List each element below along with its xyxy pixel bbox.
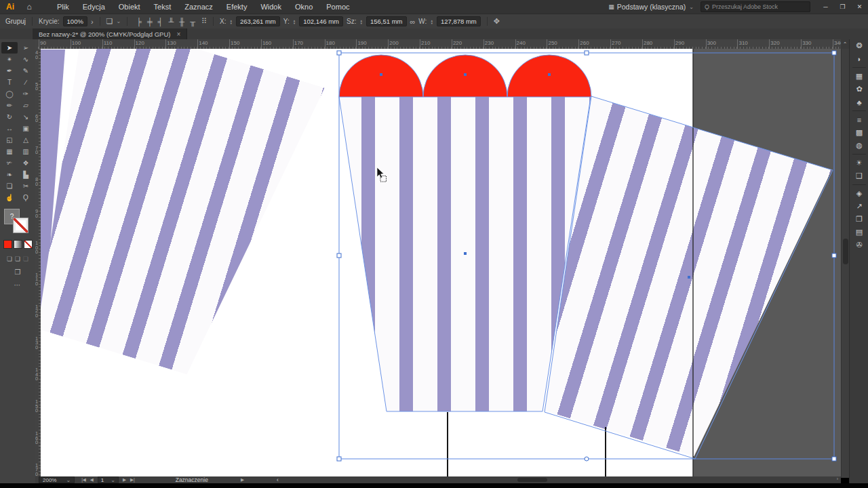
next-artboard-button[interactable]: ▶ xyxy=(123,477,126,483)
color-guide-panel-icon[interactable]: ◗ xyxy=(850,52,868,65)
width-stepper[interactable]: ▴▾ xyxy=(360,19,362,24)
menu-item-obiekt[interactable]: Obiekt xyxy=(112,3,147,11)
align-center-icon[interactable]: ╪ xyxy=(147,18,153,26)
lasso-tool[interactable]: ∿ xyxy=(18,54,34,65)
shaper-tool[interactable]: ✏ xyxy=(1,100,18,111)
zoom-tool[interactable]: Ϙ xyxy=(18,192,34,203)
vertical-scrollbar-thumb[interactable] xyxy=(843,239,848,264)
stroke-panel-icon[interactable]: ≡ xyxy=(850,113,868,126)
width-value-field[interactable]: 156,51 mm xyxy=(366,16,407,26)
eraser-tool[interactable]: ▱ xyxy=(18,100,34,111)
screen-mode-button[interactable]: ❐ xyxy=(0,268,35,276)
layers-panel-icon[interactable]: ◈ xyxy=(850,187,868,200)
blend-tool[interactable]: ❖ xyxy=(18,157,34,169)
prev-artboard-button[interactable]: ◀ xyxy=(90,477,94,483)
y-value-field[interactable]: 102,146 mm xyxy=(299,16,343,26)
menu-item-efekty[interactable]: Efekty xyxy=(220,3,254,11)
group-button[interactable]: Grupuj xyxy=(5,18,26,25)
mesh-tool[interactable]: ▦ xyxy=(1,146,18,157)
perspective-grid-tool[interactable]: △ xyxy=(18,134,34,146)
scroll-right-arrow[interactable]: › xyxy=(837,476,838,481)
menu-item-okno[interactable]: Okno xyxy=(288,3,319,11)
scale-tool[interactable]: ↘ xyxy=(18,111,34,123)
brushes-panel-icon[interactable]: ✿ xyxy=(850,83,868,96)
first-artboard-button[interactable]: |◀ xyxy=(81,477,86,483)
gradient-panel-icon[interactable]: ▩ xyxy=(850,126,868,139)
artboards-panel-icon[interactable]: ❐ xyxy=(850,213,868,226)
align-right-icon[interactable]: ╡ xyxy=(158,18,163,26)
slice-tool[interactable]: ✂ xyxy=(18,180,34,192)
graphic-styles-panel-icon[interactable]: ❑ xyxy=(850,169,868,182)
color-panel-icon[interactable]: ❂ xyxy=(850,39,868,52)
opacity-more-icon[interactable]: › xyxy=(91,18,94,26)
opacity-value[interactable]: 100% xyxy=(63,16,87,26)
x-value-field[interactable]: 263,261 mm xyxy=(236,16,280,26)
color-button[interactable] xyxy=(3,240,12,249)
draw-mode-icon[interactable]: ❏ xyxy=(15,256,20,262)
symbol-sprayer-tool[interactable]: ❧ xyxy=(1,169,18,180)
draw-mode-buttons[interactable]: ❏❏❏ xyxy=(0,256,35,262)
transform-icon[interactable]: ✥ xyxy=(494,17,500,26)
status-expand-icon[interactable]: ▶ xyxy=(241,477,244,483)
stroke-swatch[interactable] xyxy=(13,218,28,233)
type-tool[interactable]: T xyxy=(1,77,18,88)
properties-panel-icon[interactable]: ✇ xyxy=(850,239,868,251)
artboard-number-select[interactable]: 1 ⌄ xyxy=(98,476,119,483)
workspace-switcher[interactable]: ▦ Podstawy (klasyczna) ⌄ xyxy=(608,3,694,11)
asset-export-panel-icon[interactable]: ↗ xyxy=(850,200,868,213)
x-stepper[interactable]: ▴▾ xyxy=(230,19,232,24)
column-graph-tool[interactable]: ▙ xyxy=(18,169,34,180)
panel-toggle-icon[interactable]: ‹ xyxy=(277,476,279,483)
horizontal-scrollbar-thumb[interactable] xyxy=(517,478,547,482)
zoom-level-select[interactable]: 200% ⌄ xyxy=(39,476,75,483)
red-scallop-3[interactable] xyxy=(507,55,591,97)
menu-item-zaznacz[interactable]: Zaznacz xyxy=(178,3,220,11)
libraries-panel-icon[interactable]: ▤ xyxy=(850,226,868,239)
magic-wand-tool[interactable]: ✴ xyxy=(1,54,18,65)
home-icon[interactable]: ⌂ xyxy=(20,2,38,12)
align-top-icon[interactable]: ╨ xyxy=(169,18,174,26)
curvature-tool[interactable]: ✎ xyxy=(18,65,34,77)
red-scallop-2[interactable] xyxy=(423,55,507,97)
align-middle-icon[interactable]: ╫ xyxy=(179,18,184,26)
width-tool[interactable]: ↔ xyxy=(1,123,18,134)
none-button[interactable] xyxy=(24,240,33,249)
gradient-tool[interactable]: ▥ xyxy=(18,146,34,157)
direct-selection-tool[interactable]: ➢ xyxy=(18,42,34,54)
red-scallop-1[interactable] xyxy=(339,55,423,97)
stock-search-input[interactable]: Ϙ Przeszukaj Adobe Stock xyxy=(701,1,810,12)
height-value-field[interactable]: 127,878 mm xyxy=(437,16,481,26)
menu-item-widok[interactable]: Widok xyxy=(254,3,288,11)
artboard-tool[interactable]: ❏ xyxy=(1,180,18,192)
edit-toolbar-button[interactable]: ⋯ xyxy=(0,281,35,289)
canvas[interactable] xyxy=(41,49,841,478)
minimize-button[interactable]: ─ xyxy=(817,0,834,14)
align-bottom-icon[interactable]: ╥ xyxy=(190,18,195,26)
vertical-ruler[interactable]: 405060708090100110120130140150160170 xyxy=(35,49,41,478)
pen-tool[interactable]: ✒ xyxy=(1,65,18,77)
draw-mode-icon[interactable]: ❏ xyxy=(7,256,12,262)
free-transform-tool[interactable]: ▣ xyxy=(18,123,34,134)
panel-collapse-chevron[interactable]: ⌃ xyxy=(841,39,849,49)
restore-button[interactable]: ❐ xyxy=(834,0,851,14)
rotate-tool[interactable]: ↻ xyxy=(1,111,18,123)
align-left-icon[interactable]: ╞ xyxy=(136,18,142,26)
close-button[interactable]: ✕ xyxy=(851,0,868,14)
menu-item-pomoc[interactable]: Pomoc xyxy=(319,3,356,11)
gradient-button[interactable] xyxy=(14,240,22,249)
draw-mode-icon[interactable]: ❏ xyxy=(23,256,28,262)
shape-builder-tool[interactable]: ◱ xyxy=(1,134,18,146)
style-icon[interactable]: ❏ xyxy=(106,17,113,26)
link-dimensions-icon[interactable]: ∞ xyxy=(410,18,416,26)
y-stepper[interactable]: ▴▾ xyxy=(294,19,296,24)
paintbrush-tool[interactable]: ✑ xyxy=(18,88,34,100)
menu-item-plik[interactable]: Plik xyxy=(50,3,76,11)
transparency-panel-icon[interactable]: ◍ xyxy=(850,139,868,152)
document-tab[interactable]: Bez nazwy-2* @ 200% (CMYK/Podgląd GPU) × xyxy=(33,28,187,39)
menu-item-tekst[interactable]: Tekst xyxy=(147,3,178,11)
symbols-panel-icon[interactable]: ♣ xyxy=(850,96,868,108)
selection-tool[interactable]: ➤ xyxy=(1,42,18,54)
horizontal-ruler[interactable]: 9010011012013014015016017018019020021022… xyxy=(35,39,841,49)
swatches-panel-icon[interactable]: ▦ xyxy=(850,70,868,83)
last-artboard-button[interactable]: ▶| xyxy=(130,477,135,483)
